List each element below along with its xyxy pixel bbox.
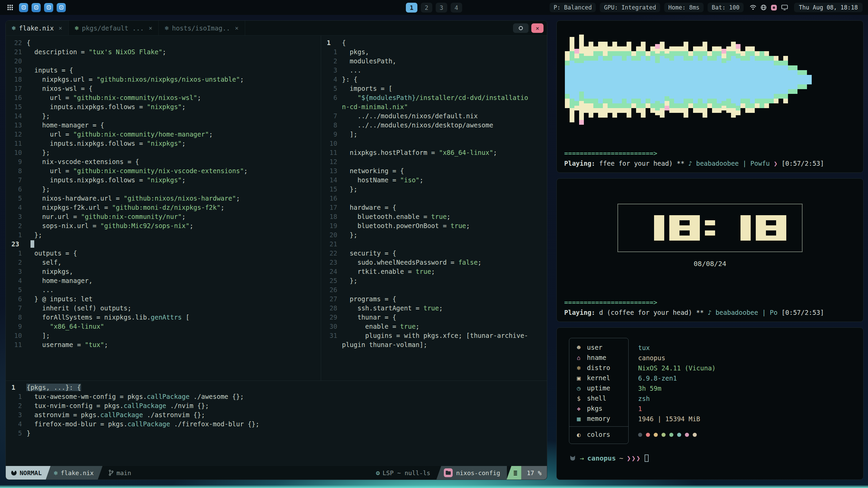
code-line[interactable]: 7 inherit (self) outputs; [9,304,321,313]
globe-icon[interactable] [761,4,767,11]
code-line[interactable]: 13 home-manager = { [9,121,321,130]
code-line[interactable]: 19 bluetooth.powerOnBoot = true; [324,221,547,230]
app-launcher-icon[interactable] [5,3,15,12]
code-line[interactable]: 20 [9,57,321,66]
code-line[interactable]: 17 hardware = { [324,203,547,212]
workspace-app-icon[interactable] [32,3,41,12]
editor-tab-flake-nix[interactable]: ❄flake.nix× [6,21,69,35]
code-line[interactable]: 22 security = { [324,249,547,258]
code-line[interactable]: 30 enable = true; [324,322,547,331]
workspace-button-4[interactable]: 4 [451,3,462,13]
code-line[interactable]: 17 nixos-wsl = { [9,84,321,93]
datetime-widget[interactable]: Thu Aug 08, 18:18 [794,3,863,12]
code-line[interactable]: 27 programs = { [324,294,547,304]
code-line[interactable]: 8 url = "github:nix-community/nix-vscode… [9,166,321,176]
code-line[interactable]: 2 sops-nix.url = "github:Mic92/sops-nix"… [9,221,321,230]
code-line[interactable]: 12 url = "github:nix-community/home-mana… [9,130,321,139]
workspace-button-3[interactable]: 3 [436,3,447,13]
shell-prompt[interactable]: → canopus ~ ❯❯❯ [569,454,851,462]
code-line[interactable]: n-cd-minimal.nix" [324,102,547,111]
workspace-button-2[interactable]: 2 [421,3,432,13]
code-line[interactable]: 14 }; [9,111,321,121]
code-line[interactable]: 4 home-manager, [9,276,321,285]
code-line[interactable]: 10 [324,139,547,148]
code-line[interactable]: 14 hostName = "iso"; [324,176,547,185]
code-line[interactable]: 2 modulesPath, [324,57,547,66]
code-line[interactable]: 7 ../../modules/nixos/default.nix [324,111,547,121]
code-line[interactable]: 26 [324,285,547,294]
code-line[interactable]: 11 inputs.nixpkgs.follows = "nixpkgs"; [9,139,321,148]
code-line[interactable]: 1 outputs = { [9,249,321,258]
code-line[interactable]: 2 self, [9,258,321,267]
code-line[interactable]: 18 bluetooth.enable = true; [324,212,547,221]
code-line[interactable]: 3 nur.url = "github:nix-community/nur"; [9,212,321,221]
workspace-button-1[interactable]: 1 [406,3,417,13]
code-line[interactable]: 11 nixpkgs.hostPlatform = "x86_64-linux"… [324,148,547,157]
code-line[interactable]: 18 nixpkgs.url = "github:nixos/nixpkgs/n… [9,75,321,84]
statusline-project[interactable]: nixos-config [436,466,507,480]
code-line[interactable]: 9 ]; [324,130,547,139]
code-line[interactable]: 11 username = "tux"; [9,340,321,349]
code-line[interactable]: 16 url = "github:nix-community/nixos-wsl… [9,93,321,102]
statusline-filename[interactable]: ❄ flake.nix [46,466,102,480]
code-line[interactable]: 8 forAllSystems = nixpkgs.lib.genAttrs [ [9,313,321,322]
code-line[interactable]: 21 description = "tux's NixOS Flake"; [9,47,321,57]
code-line[interactable]: 29 thunar = { [324,313,547,322]
editor-pane-iso-image[interactable]: 1{1 pkgs,2 modulesPath,3 ...4}: {5 impor… [321,36,547,381]
code-line[interactable]: 5} [9,429,547,438]
tab-close-icon[interactable]: × [59,24,62,32]
code-line[interactable]: 4 nixpkgs-f2k.url = "github:moni-dz/nixp… [9,203,321,212]
code-line[interactable]: 23 sudo.wheelNeedsPassword = false; [324,258,547,267]
code-line[interactable]: 5 imports = [ [324,84,547,93]
code-line[interactable]: 10 }; [9,148,321,157]
code-line[interactable]: 25 }; [324,276,547,285]
tab-close-icon[interactable]: × [149,24,153,32]
code-line[interactable]: 13 networking = { [324,166,547,176]
code-line[interactable]: 15 }; [324,185,547,194]
code-line[interactable]: 12 [324,157,547,166]
tab-close-icon[interactable]: × [235,24,239,32]
workspace-app-icon[interactable] [44,3,53,12]
code-line[interactable]: 28 ssh.startAgent = true; [324,304,547,313]
editor-tab-pkgs-default-[interactable]: ❄pkgs/default ...× [69,21,159,35]
code-line[interactable]: 31 plugins = with pkgs.xfce; [thunar-arc… [324,331,547,340]
code-line[interactable]: 5 nixos-hardware.url = "github:nixos/nix… [9,194,321,203]
code-line[interactable]: 8 ../../modules/nixos/desktop/awesome [324,121,547,130]
code-line[interactable]: 6 }; [9,185,321,194]
workspace-app-icon[interactable] [57,3,66,12]
code-line[interactable]: 15 inputs.nixpkgs.follows = "nixpkgs"; [9,102,321,111]
editor-pane-pkgs-default[interactable]: 1{pkgs, ...}: {1 tux-awesome-wm-config =… [6,381,547,466]
code-line[interactable]: 4}: { [324,75,547,84]
code-line[interactable]: 9 nix-vscode-extensions = { [9,157,321,166]
editor-tab-hosts-isoImag-[interactable]: ❄hosts/isoImag..× [159,21,245,35]
code-line[interactable]: 22{ [9,38,321,47]
code-line[interactable]: 1 }; [9,230,321,240]
code-line[interactable]: 6 "${modulesPath}/installer/cd-dvd/insta… [324,93,547,102]
recorder-icon[interactable] [771,4,777,11]
editor-pane-flake[interactable]: 22{21 description = "tux's NixOS Flake";… [6,36,321,381]
wifi-icon[interactable] [750,5,756,10]
code-line[interactable]: 2 tux-nvim-config = pkgs.callPackage ./n… [9,401,547,410]
display-icon[interactable] [781,4,788,11]
code-line[interactable]: 23 [9,240,321,249]
code-line[interactable]: 19 inputs = { [9,66,321,75]
workspace-app-icon[interactable] [19,3,28,12]
code-line[interactable]: 4 firefox-mod-blur = pkgs.callPackage ./… [9,420,547,429]
statusline-git-branch[interactable]: main [102,466,137,480]
titlebar-toggle-button[interactable] [513,23,529,33]
code-line[interactable]: 5 ... [9,285,321,294]
code-line[interactable]: 3 nixpkgs, [9,267,321,276]
code-line[interactable]: 1 pkgs, [324,47,547,57]
code-line[interactable]: 6 } @ inputs: let [9,294,321,304]
code-line[interactable]: 21 [324,240,547,249]
code-line[interactable]: 3 astronvim = pkgs.callPackage ./astronv… [9,410,547,420]
code-line[interactable]: 1{ [324,38,547,47]
code-line[interactable]: 1 tux-awesome-wm-config = pkgs.callPacka… [9,392,547,401]
code-line[interactable]: 10 ]; [9,331,321,340]
code-line[interactable]: plugin thunar-volman]; [324,340,547,349]
code-line[interactable]: 20 }; [324,230,547,240]
code-line[interactable]: 7 inputs.nixpkgs.follows = "nixpkgs"; [9,176,321,185]
titlebar-close-button[interactable]: ✕ [531,23,544,33]
code-line[interactable]: 3 ... [324,66,547,75]
code-line[interactable]: 16 [324,194,547,203]
